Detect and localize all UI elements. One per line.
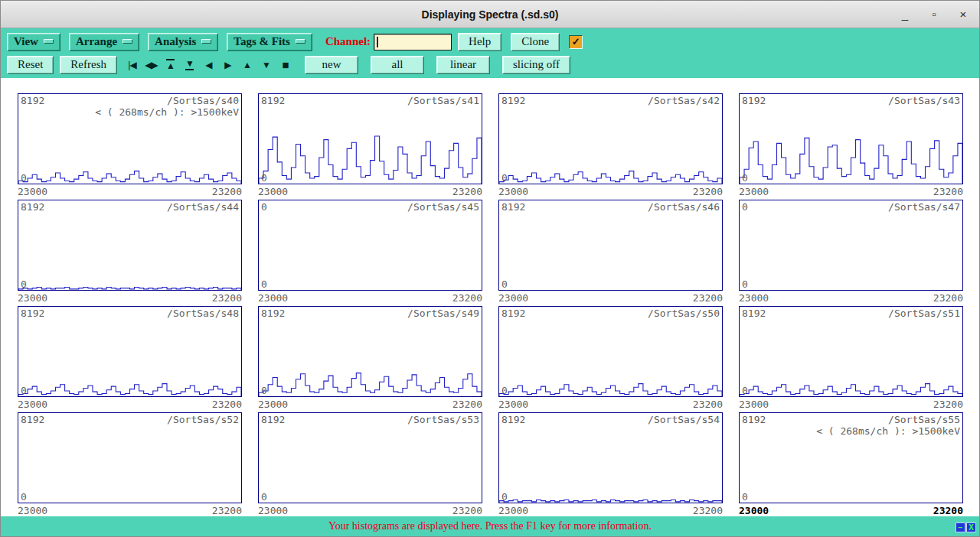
x-axis-labels: 23000 23200 xyxy=(498,291,723,304)
spectra-grid: 8192 /SortSas/s40 < ( 268ms/ch ): >1500k… xyxy=(1,78,979,516)
x-right-label: 23200 xyxy=(693,186,723,197)
spectrum-plot[interactable]: 0 /SortSas/s45 0 xyxy=(258,200,482,291)
spectrum-plot[interactable]: 8192 /SortSas/s53 0 xyxy=(258,412,482,503)
y-min-label: 0 xyxy=(21,278,27,290)
spectrum-name: /SortSas/s54 xyxy=(648,414,720,425)
menu-indicator-icon xyxy=(44,39,54,44)
spectrum-name: /SortSas/s52 xyxy=(167,414,239,425)
spectrum-plot[interactable]: 0 /SortSas/s47 0 xyxy=(739,200,963,291)
x-axis-labels: 23000 23200 xyxy=(258,397,482,410)
spectrum-cell: 8192 /SortSas/s49 0 23000 23200 xyxy=(258,306,482,412)
spectrum-cell: 8192 /SortSas/s42 0 23000 23200 xyxy=(498,93,723,200)
y-max-label: 8192 xyxy=(261,95,285,106)
spectrum-plot[interactable]: 8192 /SortSas/s49 0 xyxy=(258,306,482,397)
status-message: Your histograms are displayed here. Pres… xyxy=(328,520,652,532)
menu-arrange[interactable]: Arrange xyxy=(69,33,139,51)
spectrum-plot[interactable]: 8192 /SortSas/s44 0 xyxy=(18,200,242,291)
spectrum-plot[interactable]: 8192 /SortSas/s46 0 xyxy=(498,200,723,291)
y-min-label: 0 xyxy=(21,491,27,503)
channel-input[interactable] xyxy=(374,34,452,50)
spectrum-plot[interactable]: 8192 /SortSas/s55 < ( 268ms/ch ): >1500k… xyxy=(739,412,963,503)
spectrum-plot[interactable]: 8192 /SortSas/s52 0 xyxy=(18,412,242,503)
reset-button[interactable]: Reset xyxy=(7,56,54,74)
down-arrow-icon[interactable]: ▼ xyxy=(257,56,275,73)
spectrum-name: /SortSas/s40 xyxy=(167,95,239,106)
y-min-label: 0 xyxy=(501,172,508,184)
all-button[interactable]: all xyxy=(371,56,424,74)
spectrum-plot[interactable]: 8192 /SortSas/s43 0 xyxy=(739,93,963,184)
new-button[interactable]: new xyxy=(305,56,358,74)
histogram-trace xyxy=(259,413,482,503)
x-right-label: 23200 xyxy=(933,186,963,197)
mini-close-icon[interactable]: X xyxy=(966,522,976,532)
y-min-label: 0 xyxy=(261,278,267,290)
x-left-label: 23000 xyxy=(18,399,47,410)
spectrum-cell: 8192 /SortSas/s50 0 23000 23200 xyxy=(498,306,723,412)
y-max-label: 8192 xyxy=(21,95,44,106)
histogram-trace xyxy=(499,307,722,396)
slicing-off-button[interactable]: slicing off xyxy=(502,56,570,74)
x-right-label: 23200 xyxy=(693,399,723,410)
maximize-icon[interactable]: ▫ xyxy=(929,8,939,21)
go-top-icon[interactable]: ▲ xyxy=(162,56,179,73)
right-arrow-icon[interactable]: ▶ xyxy=(219,56,237,73)
y-max-label: 8192 xyxy=(261,414,285,425)
statusbar: Your histograms are displayed here. Pres… xyxy=(1,516,979,536)
histogram-trace xyxy=(18,413,241,503)
x-axis-labels: 23000 23200 xyxy=(739,184,963,197)
menu-view[interactable]: View xyxy=(7,33,60,51)
y-max-label: 8192 xyxy=(501,95,525,106)
linear-button[interactable]: linear xyxy=(436,56,490,74)
up-arrow-icon[interactable]: ▲ xyxy=(238,56,256,73)
histogram-trace xyxy=(18,200,241,290)
x-right-label: 23200 xyxy=(212,399,242,410)
histogram-trace xyxy=(259,307,482,396)
menu-tags-fits[interactable]: Tags & Fits xyxy=(227,33,312,51)
spectrum-plot[interactable]: 8192 /SortSas/s42 0 xyxy=(498,93,723,184)
x-left-label: 23000 xyxy=(258,292,288,304)
histogram-trace xyxy=(499,413,722,503)
refresh-button[interactable]: Refresh xyxy=(60,56,117,74)
spectrum-plot[interactable]: 8192 /SortSas/s50 0 xyxy=(498,306,723,397)
mini-minimize-icon[interactable]: − xyxy=(956,522,965,532)
minimize-icon[interactable]: _ xyxy=(900,8,910,21)
y-min-label: 0 xyxy=(261,491,267,503)
x-left-label: 23000 xyxy=(18,186,47,197)
x-left-label: 23000 xyxy=(258,399,288,410)
go-bottom-icon[interactable]: ▼ xyxy=(181,56,198,73)
y-max-label: 8192 xyxy=(501,201,525,213)
titlebar: Displaying Spectra (.sd.s0) _ ▫ × xyxy=(1,1,979,28)
y-max-label: 8192 xyxy=(742,95,766,106)
spectrum-name: /SortSas/s42 xyxy=(648,95,720,106)
toolbar-checkbox[interactable]: ✓ xyxy=(569,35,583,49)
spectrum-name: /SortSas/s53 xyxy=(407,414,479,425)
x-right-label: 23200 xyxy=(212,186,242,197)
spectrum-plot[interactable]: 8192 /SortSas/s51 0 xyxy=(739,306,963,397)
left-arrow-icon[interactable]: ◀ xyxy=(200,56,217,73)
spectrum-cell: 0 /SortSas/s45 0 23000 23200 xyxy=(258,200,482,306)
spectrum-name: /SortSas/s41 xyxy=(407,95,479,106)
menu-arrange-label: Arrange xyxy=(76,35,117,48)
menu-analysis[interactable]: Analysis xyxy=(148,33,218,51)
spectrum-plot[interactable]: 8192 /SortSas/s48 0 xyxy=(18,306,242,397)
spectrum-name: /SortSas/s45 xyxy=(407,201,479,213)
go-first-icon[interactable]: |◀ xyxy=(123,56,141,73)
spectrum-plot[interactable]: 8192 /SortSas/s54 0 xyxy=(498,412,723,503)
close-icon[interactable]: × xyxy=(958,8,969,21)
channel-input-wrap xyxy=(374,34,452,50)
x-left-label: 23000 xyxy=(258,186,288,197)
expand-horizontal-icon[interactable]: ◀▶ xyxy=(142,56,160,73)
histogram-trace xyxy=(740,94,962,184)
y-max-label: 8192 xyxy=(261,308,285,319)
spectrum-cell: 8192 /SortSas/s55 < ( 268ms/ch ): >1500k… xyxy=(739,412,963,516)
histogram-trace xyxy=(499,94,722,184)
full-view-icon[interactable]: ■ xyxy=(276,56,294,73)
clone-button[interactable]: Clone xyxy=(511,33,560,51)
spectrum-plot[interactable]: 8192 /SortSas/s40 < ( 268ms/ch ): >1500k… xyxy=(18,93,242,184)
x-axis-labels: 23000 23200 xyxy=(18,291,242,304)
spectrum-cell: 8192 /SortSas/s48 0 23000 23200 xyxy=(18,306,242,412)
menu-indicator-icon xyxy=(122,39,132,44)
spectrum-plot[interactable]: 8192 /SortSas/s41 0 xyxy=(258,93,482,184)
x-right-label: 23200 xyxy=(452,505,482,516)
help-button[interactable]: Help xyxy=(458,33,501,51)
